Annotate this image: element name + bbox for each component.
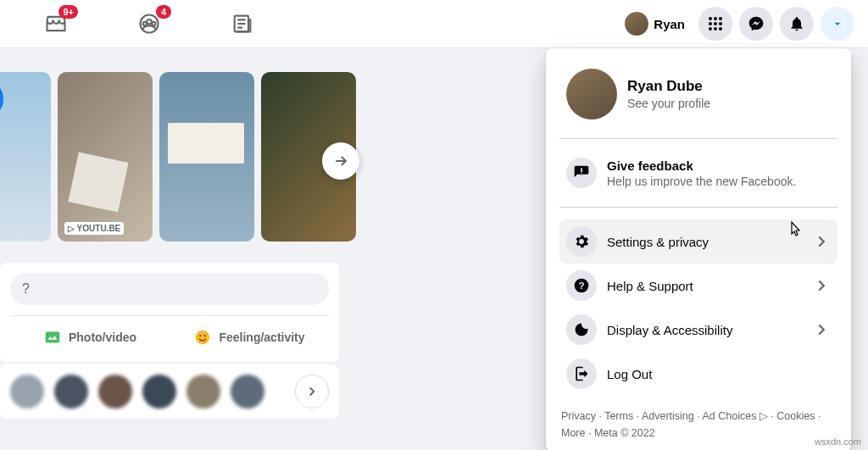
svg-point-16 — [200, 335, 202, 336]
news-tab[interactable] — [225, 7, 259, 41]
help-icon: ? — [566, 270, 597, 301]
svg-point-11 — [709, 27, 712, 31]
top-bar: 9+ 4 Ryan — [0, 0, 868, 48]
photo-video-label: Photo/video — [69, 331, 136, 344]
menu-display-row[interactable]: Display & Accessibility — [559, 308, 837, 352]
menu-profile-sub: See your profile — [627, 97, 710, 110]
menu-logout-row[interactable]: Log Out — [559, 352, 837, 396]
svg-point-15 — [196, 331, 210, 345]
youtube-tag: ▷ YOUTU.BE — [64, 222, 124, 235]
svg-text:?: ? — [578, 280, 584, 291]
menu-help-label: Help & Support — [607, 279, 693, 293]
avatar-blurred[interactable] — [231, 375, 264, 408]
menu-feedback-sub: Help us improve the new Facebook. — [607, 175, 796, 188]
avatar-blurred[interactable] — [98, 375, 132, 408]
chevron-right-icon — [812, 320, 831, 339]
story-card[interactable] — [159, 72, 254, 242]
stories-tray: ▷ YOUTU.BE — [0, 72, 356, 242]
menu-help-row[interactable]: ? Help & Support — [559, 264, 837, 308]
svg-point-9 — [714, 22, 717, 25]
menu-settings-label: Settings & privacy — [607, 235, 709, 249]
avatar-blurred[interactable] — [10, 375, 44, 408]
menu-profile-row[interactable]: Ryan Dube See your profile — [559, 62, 837, 126]
composer-input[interactable]: ? — [10, 273, 329, 305]
watermark: wsxdn.com — [815, 436, 861, 447]
people-row — [0, 364, 339, 419]
svg-point-13 — [719, 27, 722, 31]
avatar — [566, 69, 617, 119]
story-card[interactable]: ▷ YOUTU.BE — [58, 72, 153, 242]
photo-video-button[interactable]: Photo/video — [10, 323, 170, 352]
menu-settings-row[interactable]: Settings & privacy — [559, 219, 837, 264]
groups-badge: 4 — [156, 5, 171, 19]
svg-point-8 — [709, 22, 712, 25]
messenger-button[interactable] — [739, 7, 773, 41]
marketplace-badge: 9+ — [58, 5, 78, 19]
profile-chip[interactable]: Ryan — [618, 8, 692, 39]
top-right-nav: Ryan — [618, 7, 854, 41]
account-dropdown: Ryan Dube See your profile Give feedback… — [546, 48, 851, 450]
groups-tab[interactable]: 4 — [132, 7, 166, 41]
gear-icon — [566, 226, 597, 257]
svg-point-10 — [719, 22, 722, 25]
chevron-right-icon — [812, 276, 831, 295]
menu-feedback-row[interactable]: Give feedback Help us improve the new Fa… — [559, 151, 837, 195]
account-menu-button[interactable] — [821, 7, 854, 41]
menu-profile-name: Ryan Dube — [627, 78, 710, 95]
chevron-right-icon — [812, 232, 831, 251]
profile-name-short: Ryan — [654, 17, 685, 31]
avatar-blurred[interactable] — [54, 375, 88, 408]
stories-next-button[interactable] — [322, 142, 359, 180]
svg-point-3 — [152, 22, 155, 25]
notifications-button[interactable] — [780, 7, 814, 41]
feeling-label: Feeling/activity — [219, 331, 304, 344]
menu-footer-links[interactable]: Privacy · Terms · Advertising · Ad Choic… — [553, 403, 844, 445]
top-left-nav: 9+ 4 — [14, 7, 259, 41]
composer: ? Photo/video Feeling/activity — [0, 263, 339, 362]
avatar — [625, 12, 648, 36]
svg-point-2 — [143, 22, 147, 25]
people-next-button[interactable] — [295, 375, 329, 408]
menu-display-label: Display & Accessibility — [607, 323, 732, 337]
svg-point-17 — [204, 335, 206, 336]
avatar-blurred[interactable] — [142, 375, 176, 408]
moon-icon — [566, 314, 597, 345]
logout-icon — [566, 358, 597, 389]
svg-point-12 — [714, 27, 717, 31]
menu-logout-label: Log Out — [607, 367, 652, 381]
feeling-button[interactable]: Feeling/activity — [170, 323, 329, 352]
svg-point-6 — [714, 17, 717, 20]
marketplace-tab[interactable]: 9+ — [39, 7, 73, 41]
menu-feedback-title: Give feedback — [607, 158, 796, 173]
avatar-blurred[interactable] — [186, 375, 220, 408]
feedback-icon — [566, 158, 597, 188]
svg-rect-14 — [46, 332, 60, 343]
svg-point-7 — [719, 17, 722, 20]
composer-actions: Photo/video Feeling/activity — [10, 315, 329, 352]
svg-point-1 — [147, 19, 151, 24]
svg-point-5 — [709, 17, 712, 20]
menu-apps-button[interactable] — [698, 7, 732, 41]
story-card[interactable] — [0, 72, 51, 242]
